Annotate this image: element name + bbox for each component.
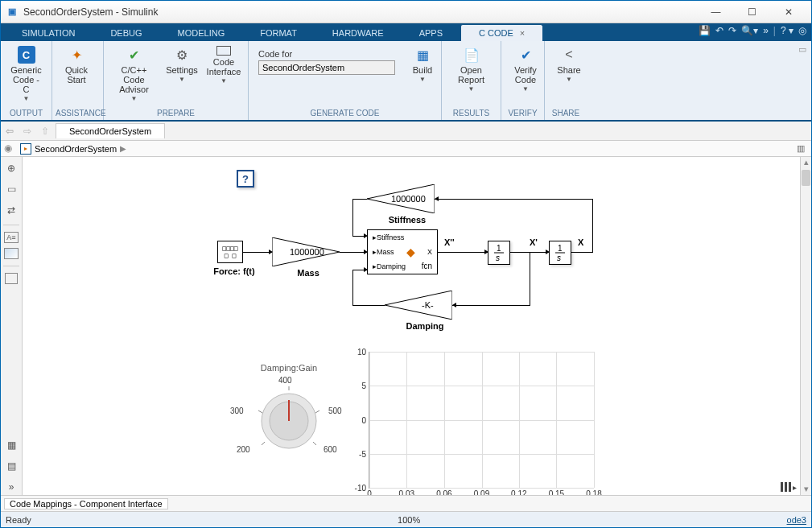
tab-c-code[interactable]: C CODE×	[460, 24, 543, 41]
svg-line-16	[258, 410, 262, 413]
check-icon: ✔	[126, 46, 143, 64]
solver-link[interactable]: ode3	[787, 515, 811, 525]
svg-text:1: 1	[558, 244, 563, 253]
open-report-button[interactable]: 📄 Open Report ▼	[445, 43, 497, 108]
integrator2-block[interactable]: 1s	[549, 241, 571, 265]
close-button[interactable]: ✕	[770, 1, 806, 23]
chevron-down-icon: ▼	[522, 85, 529, 93]
expand-icon[interactable]: »	[3, 479, 19, 495]
chevron-right-icon[interactable]: ▶	[120, 144, 126, 153]
group-gen-label: GENERATE CODE	[252, 108, 438, 118]
damping-label: Damping	[401, 321, 449, 331]
quick-access-bar: 💾 ↶ ↷ 🔍▾ » | ? ▾ ◎	[699, 25, 806, 36]
code-interface-button[interactable]: CodeInterface ▼	[203, 43, 245, 108]
undo-icon[interactable]: ↶	[715, 25, 723, 36]
interface-icon	[216, 46, 231, 56]
target-icon[interactable]: ◎	[798, 25, 806, 36]
model-canvas[interactable]: ? □□□□□ □ Force: f(t) 1000000 Mass 10000…	[23, 157, 800, 495]
forward-button[interactable]: ⇨	[19, 122, 36, 140]
codefor-label: Code for	[258, 49, 395, 59]
chevron-down-icon: ▼	[468, 85, 475, 93]
model-icon: ▸	[20, 143, 31, 155]
group-prepare-label: PREPARE	[107, 108, 245, 118]
svg-text:1000000: 1000000	[290, 247, 324, 257]
image-icon[interactable]	[4, 248, 19, 259]
fit-width-icon[interactable]: ⇄	[3, 202, 19, 218]
chevron-down-icon: ▼	[419, 76, 426, 83]
group-verify-label: VERIFY	[505, 108, 541, 118]
bird-eye-icon[interactable]: ▦	[3, 437, 19, 453]
scope-plot[interactable]: 10 5 0 -5 -10 0 0.03 0.06 0.09 0.12 0.15…	[369, 352, 594, 489]
tab-format[interactable]: FORMAT	[242, 25, 315, 41]
minimize-button[interactable]: —	[698, 1, 734, 23]
svg-line-18	[315, 410, 319, 413]
breadcrumb-root[interactable]: SecondOrderSystem	[35, 144, 117, 154]
share-button[interactable]: < Share ▼	[548, 43, 590, 108]
mass-label: Mass	[288, 268, 328, 278]
tab-simulation[interactable]: SIMULATION	[4, 25, 93, 41]
rocket-icon: ✦	[68, 46, 85, 64]
area-icon[interactable]	[5, 273, 18, 284]
mass-gain-block[interactable]: 1000000	[272, 237, 340, 266]
status-left: Ready	[1, 515, 31, 525]
verify-code-button[interactable]: ✔ VerifyCode ▼	[505, 43, 546, 108]
window-title: SecondOrderSystem - Simulink	[23, 6, 698, 18]
help-icon[interactable]: ? ▾	[781, 25, 793, 36]
save-icon[interactable]: 💾	[699, 25, 711, 36]
settings-button[interactable]: ⚙ Settings ▼	[161, 43, 203, 108]
group-share-label: SHARE	[548, 108, 583, 118]
zoom-fit-icon[interactable]: ⊕	[3, 160, 19, 176]
code-advisor-button[interactable]: ✔ C/C++ CodeAdvisor ▼	[107, 43, 161, 108]
generic-code-button[interactable]: C GenericCode - C ▼	[4, 43, 48, 108]
stiffness-gain-block[interactable]: 1000000	[367, 184, 435, 213]
tab-debug[interactable]: DEBUG	[93, 25, 159, 41]
group-assist-label: ASSISTANCE	[56, 108, 100, 118]
damping-gain-block[interactable]: -K-	[385, 291, 452, 320]
tab-hardware[interactable]: HARDWARE	[315, 25, 402, 41]
annotation-icon[interactable]: A≡	[4, 232, 19, 243]
xp-label: X'	[530, 237, 538, 247]
maximize-button[interactable]: ☐	[734, 1, 770, 23]
up-button[interactable]: ⇧	[36, 122, 54, 140]
share-icon: <	[560, 46, 578, 64]
signal-builder-block[interactable]: □□□□□ □	[217, 241, 243, 263]
quick-start-button[interactable]: ✦ QuickStart	[56, 43, 97, 108]
build-button[interactable]: ▦ Build ▼	[402, 43, 443, 86]
knob-title: Damping:Gain	[229, 363, 349, 373]
bottom-panel-bar: Code Mappings - Component Interface	[1, 495, 811, 511]
svg-text:s: s	[557, 254, 561, 262]
document-tab[interactable]: SecondOrderSystem	[56, 123, 165, 138]
log-icon[interactable]: ▤	[3, 458, 19, 474]
collapse-ribbon-icon[interactable]: ▭	[798, 44, 806, 55]
code-mappings-pane[interactable]: Code Mappings - Component Interface	[4, 498, 168, 509]
canvas-menu-icon[interactable]: ▥	[793, 143, 808, 154]
svg-text:s: s	[496, 254, 500, 262]
svg-marker-4	[385, 291, 452, 320]
back-button[interactable]: ⇦	[1, 122, 19, 140]
close-tab-icon[interactable]: ×	[520, 28, 525, 38]
gear-icon: ⚙	[173, 46, 191, 64]
damping-gain-knob[interactable]: Damping:Gain 200 300 400 500 600	[229, 363, 349, 456]
search-icon[interactable]: 🔍▾	[741, 25, 758, 36]
tab-modeling[interactable]: MODELING	[160, 25, 243, 41]
redo-icon[interactable]: ↷	[728, 25, 736, 36]
doc-block[interactable]: ?	[237, 170, 254, 188]
codefor-input[interactable]	[258, 60, 395, 75]
xpp-label: X''	[444, 237, 455, 247]
matlab-fcn-block[interactable]: ▸Stiffness ▸Mass ◆ X ▸Damping fcn	[367, 229, 438, 274]
canvas-resize-handle[interactable]: ▸	[781, 482, 797, 492]
vertical-scrollbar[interactable]: ▴ ▾	[800, 157, 811, 495]
hierarchy-icon[interactable]: ◉	[4, 142, 17, 155]
tab-apps[interactable]: APPS	[402, 25, 460, 41]
build-icon: ▦	[414, 46, 431, 64]
integrator1-block[interactable]: 1s	[488, 241, 510, 265]
tool-palette: ⊕ ▭ ⇄ A≡ ▦ ▤ »	[1, 157, 23, 495]
x-label: X	[578, 237, 583, 247]
c-icon: C	[18, 46, 35, 64]
group-results-label: RESULTS	[445, 108, 497, 118]
svg-line-15	[262, 442, 265, 445]
zoom-level[interactable]: 100%	[31, 515, 787, 525]
quick-more-icon[interactable]: »	[763, 25, 769, 36]
zoom-rect-icon[interactable]: ▭	[3, 181, 19, 197]
document-nav: ⇦ ⇨ ⇧ SecondOrderSystem	[1, 122, 811, 141]
